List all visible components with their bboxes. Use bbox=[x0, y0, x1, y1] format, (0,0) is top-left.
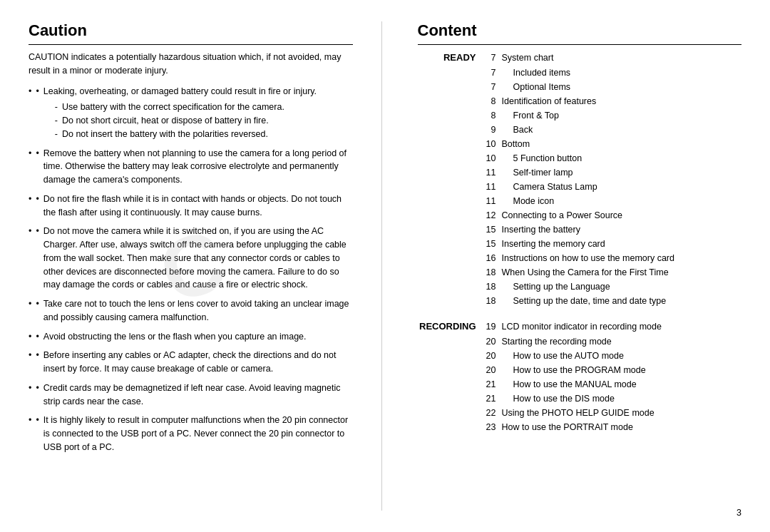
toc-text: How to use the PROGRAM mode bbox=[502, 363, 742, 377]
toc-row: 23 How to use the PORTRAIT mode bbox=[418, 420, 742, 434]
toc-text: How to use the MANUAL mode bbox=[502, 377, 742, 392]
list-item: Do not insert the battery with the polar… bbox=[55, 128, 317, 141]
toc-page: 9 bbox=[482, 123, 502, 137]
bullet-text: Remove the battery when not planning to … bbox=[43, 147, 353, 187]
toc-row: 11 Mode icon bbox=[418, 194, 742, 208]
bullet-text: Do not move the camera while it is switc… bbox=[43, 225, 353, 292]
list-item: • Remove the battery when not planning t… bbox=[29, 147, 353, 187]
page: C Caution CAUTION indicates a potentiall… bbox=[0, 0, 770, 532]
list-item: • Credit cards may be demagnetized if le… bbox=[29, 382, 353, 409]
list-item: Do not short circuit, heat or dispose of… bbox=[55, 114, 317, 128]
toc-row: 11 Camera Status Lamp bbox=[418, 180, 742, 194]
toc-page: 7 bbox=[482, 51, 502, 65]
list-item: • Avoid obstructing the lens or the flas… bbox=[29, 330, 353, 344]
toc-text: Inserting the battery bbox=[502, 222, 742, 237]
toc-text: Mode icon bbox=[502, 194, 742, 208]
toc-text: Bottom bbox=[502, 137, 742, 151]
bullet-marker: • bbox=[36, 225, 38, 238]
list-item: • Do not move the camera while it is swi… bbox=[29, 225, 353, 292]
bullet-marker: • bbox=[36, 349, 38, 362]
toc-page: 8 bbox=[482, 94, 502, 108]
toc-text: Connecting to a Power Source bbox=[502, 208, 742, 222]
toc-row: 16 Instructions on how to use the memory… bbox=[418, 251, 742, 265]
toc-row: 8 Identification of features bbox=[418, 94, 742, 108]
caution-intro: CAUTION indicates a potentially hazardou… bbox=[29, 51, 353, 78]
toc-text: Included items bbox=[502, 66, 742, 80]
toc-text: System chart bbox=[502, 51, 742, 65]
toc-text: Instructions on how to use the memory ca… bbox=[502, 251, 742, 265]
toc-row: 15 Inserting the memory card bbox=[418, 237, 742, 251]
bullet-marker: • bbox=[36, 382, 38, 395]
toc-ready-section: READY 7 System chart 7 Included items 7 … bbox=[418, 51, 742, 308]
bullet-text: Before inserting any cables or AC adapte… bbox=[43, 349, 353, 376]
toc-text: Starting the recording mode bbox=[502, 334, 742, 349]
toc-text: LCD monitor indicator in recording mode bbox=[502, 319, 742, 334]
toc-page: 21 bbox=[482, 392, 502, 406]
toc-section-label: RECORDING bbox=[418, 319, 482, 334]
caution-bullet-list: • Leaking, overheating, or damaged batte… bbox=[29, 85, 353, 454]
toc-section-label: READY bbox=[418, 51, 482, 66]
toc-page: 15 bbox=[482, 237, 502, 251]
toc-text: Using the PHOTO HELP GUIDE mode bbox=[502, 406, 742, 420]
toc-text: Optional Items bbox=[502, 80, 742, 94]
toc-row: 22 Using the PHOTO HELP GUIDE mode bbox=[418, 406, 742, 420]
toc-row: 18 Setting up the date, time and date ty… bbox=[418, 294, 742, 308]
toc-row: 7 Optional Items bbox=[418, 80, 742, 94]
toc-row: 20 How to use the AUTO mode bbox=[418, 349, 742, 363]
toc-text: Front & Top bbox=[502, 108, 742, 123]
bullet-text: Do not fire the flash while it is in con… bbox=[43, 193, 353, 220]
content-title: Content bbox=[418, 21, 742, 45]
toc-page: 15 bbox=[482, 222, 502, 237]
toc-page: 20 bbox=[482, 363, 502, 377]
caution-title: Caution bbox=[29, 21, 353, 45]
list-item: • Before inserting any cables or AC adap… bbox=[29, 349, 353, 376]
toc-row: READY 7 System chart bbox=[418, 51, 742, 66]
toc-text: How to use the DIS mode bbox=[502, 392, 742, 406]
toc-recording-section: RECORDING 19 LCD monitor indicator in re… bbox=[418, 319, 742, 434]
caution-panel: Caution CAUTION indicates a potentially … bbox=[29, 21, 382, 511]
bullet-text: It is highly likely to result in compute… bbox=[43, 414, 353, 454]
list-item: • It is highly likely to result in compu… bbox=[29, 414, 353, 454]
toc-page: 11 bbox=[482, 194, 502, 208]
toc-text: How to use the AUTO mode bbox=[502, 349, 742, 363]
toc-page: 20 bbox=[482, 349, 502, 363]
toc-row: 21 How to use the MANUAL mode bbox=[418, 377, 742, 392]
bullet-marker: • bbox=[36, 297, 38, 311]
toc-row: 12 Connecting to a Power Source bbox=[418, 208, 742, 222]
toc-text: When Using the Camera for the First Time bbox=[502, 265, 742, 280]
bullet-marker: • bbox=[36, 193, 38, 206]
toc-text: 5 Function button bbox=[502, 151, 742, 165]
toc-page: 18 bbox=[482, 294, 502, 308]
toc-text: Setting up the date, time and date type bbox=[502, 294, 742, 308]
bullet-text: Credit cards may be demagnetized if left… bbox=[43, 382, 353, 409]
bullet-marker: • bbox=[36, 330, 38, 344]
toc-text: Self-timer lamp bbox=[502, 165, 742, 180]
toc-row: 8 Front & Top bbox=[418, 108, 742, 123]
toc-page: 23 bbox=[482, 420, 502, 434]
bullet-marker: • bbox=[36, 147, 38, 160]
toc-page: 10 bbox=[482, 137, 502, 151]
toc-row: 20 Starting the recording mode bbox=[418, 334, 742, 349]
toc-text: How to use the PORTRAIT mode bbox=[502, 420, 742, 434]
toc-page: 12 bbox=[482, 208, 502, 222]
toc-page: 10 bbox=[482, 151, 502, 165]
bullet-text: Take care not to touch the lens or lens … bbox=[43, 297, 353, 324]
toc-page: 22 bbox=[482, 406, 502, 420]
list-item: • Take care not to touch the lens or len… bbox=[29, 297, 353, 324]
toc-row: 15 Inserting the battery bbox=[418, 222, 742, 237]
toc-row: 18 Setting up the Language bbox=[418, 280, 742, 294]
toc-page: 7 bbox=[482, 80, 502, 94]
toc-page: 11 bbox=[482, 180, 502, 194]
toc-page: 7 bbox=[482, 66, 502, 80]
list-item: • Leaking, overheating, or damaged batte… bbox=[29, 85, 353, 141]
toc-page: 11 bbox=[482, 165, 502, 180]
toc-row: 11 Self-timer lamp bbox=[418, 165, 742, 180]
toc-page: 16 bbox=[482, 251, 502, 265]
toc-text: Back bbox=[502, 123, 742, 137]
toc-row: 7 Included items bbox=[418, 66, 742, 80]
toc-text: Identification of features bbox=[502, 94, 742, 108]
toc-row: 9 Back bbox=[418, 123, 742, 137]
bullet-text: Leaking, overheating, or damaged battery… bbox=[43, 86, 317, 96]
toc-page: 21 bbox=[482, 377, 502, 392]
bullet-marker: • bbox=[36, 414, 38, 427]
